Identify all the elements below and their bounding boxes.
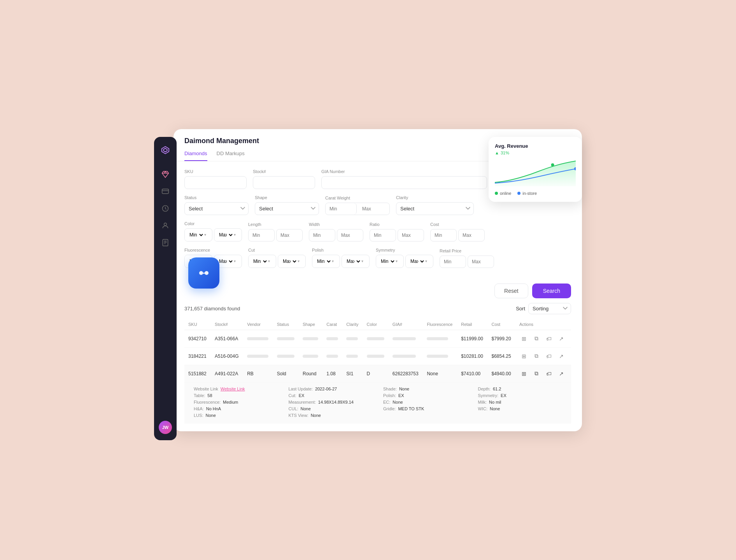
action-copy-2[interactable]: ⧉: [532, 352, 541, 361]
length-range-group: Length: [248, 222, 303, 242]
placeholder-vendor-2: [247, 355, 268, 358]
carat-min[interactable]: [326, 203, 357, 215]
user-avatar[interactable]: JW: [159, 421, 172, 434]
placeholder-status-2: [277, 355, 294, 358]
action-tag-1[interactable]: 🏷: [544, 334, 554, 343]
cell-retail-3: $7410.00: [457, 365, 487, 382]
cost-max[interactable]: [458, 229, 485, 242]
website-link-label: Website Link: [194, 387, 218, 391]
cut-range: Min ▾ Max ▾: [248, 255, 306, 268]
action-link-1[interactable]: ↗: [557, 334, 566, 343]
search-button[interactable]: Search: [532, 284, 571, 298]
app-icon[interactable]: [188, 257, 219, 289]
clarity-select[interactable]: Select: [396, 202, 474, 215]
cost-label: Cost: [430, 222, 485, 227]
polish-max-select[interactable]: Max: [342, 255, 361, 268]
cell-carat-3: 1.08: [322, 365, 342, 382]
symmetry-min-select[interactable]: Min: [376, 255, 396, 268]
ratio-max[interactable]: [398, 229, 424, 242]
polish-label: Polish: [312, 248, 370, 252]
sort-select[interactable]: Sorting: [528, 303, 571, 314]
detail-milk: Milk: No mil: [478, 400, 565, 404]
action-copy-1[interactable]: ⧉: [532, 334, 541, 343]
cut-min-select[interactable]: Min: [249, 255, 268, 268]
length-range: [248, 229, 303, 242]
sidebar-item-clock[interactable]: [158, 201, 172, 215]
lus-label: LUS:: [194, 413, 203, 418]
detail-wic: WIC: None: [478, 406, 565, 411]
action-icons-2: ⊞ ⧉ 🏷 ↗: [519, 352, 567, 361]
symmetry-max-select[interactable]: Max: [406, 255, 425, 268]
color-max-select[interactable]: Max: [214, 229, 234, 241]
polish-range: Min ▾ Max ▾: [312, 255, 370, 268]
action-copy-3[interactable]: ⧉: [532, 369, 541, 378]
stock-input[interactable]: [253, 176, 315, 189]
sidebar-item-card[interactable]: [158, 184, 172, 198]
cost-min[interactable]: [430, 229, 457, 242]
action-image-3[interactable]: ⊞: [519, 369, 529, 378]
cell-status-1: [273, 330, 299, 347]
symmetry-range-group: Symmetry Min ▾ Max ▾: [376, 248, 433, 268]
sidebar-item-user[interactable]: [158, 219, 172, 233]
retail-min[interactable]: [440, 256, 466, 268]
col-color: Color: [363, 319, 389, 330]
ratio-range-group: Ratio: [370, 222, 424, 242]
shape-select[interactable]: Select: [255, 202, 319, 215]
table-row-expanded: 5151882 A491-022A RB Sold Round 1.08 SI1…: [184, 365, 571, 382]
tab-diamonds[interactable]: Diamonds: [184, 150, 207, 161]
placeholder-carat-2: [326, 355, 338, 358]
detail-polish: Polish: EX: [383, 393, 470, 398]
status-select[interactable]: Select: [184, 202, 249, 215]
cut-max-select[interactable]: Max: [278, 255, 298, 268]
action-link-2[interactable]: ↗: [557, 352, 566, 361]
detail-lus: LUS: None: [194, 413, 281, 418]
gridle-label: Gridle:: [383, 406, 396, 411]
detail-website: Website Link Website Link: [194, 387, 281, 391]
width-range: [309, 229, 363, 242]
polish-min-select[interactable]: Min: [312, 255, 332, 268]
diamonds-table: SKU Stock# Vendor Status Shape Carat Cla…: [184, 319, 571, 424]
col-vendor: Vendor: [243, 319, 273, 330]
svg-point-9: [551, 163, 554, 166]
tab-dd-markups[interactable]: DD Markups: [217, 150, 245, 161]
color-range: Min ▾ Max ▾: [184, 228, 242, 242]
ratio-min[interactable]: [370, 229, 396, 242]
length-max[interactable]: [276, 229, 303, 242]
length-min[interactable]: [248, 229, 275, 242]
legend-instore: in-store: [517, 191, 537, 196]
ratio-range: [370, 229, 424, 242]
sku-group: SKU: [184, 169, 247, 189]
measurement-label: Measurement:: [289, 400, 316, 404]
width-max[interactable]: [337, 229, 363, 242]
revenue-chart: [495, 159, 576, 186]
results-section: 371,657 diamonds found Sort Sorting SKU …: [173, 303, 582, 424]
color-min-select[interactable]: Min: [185, 229, 204, 241]
ec-label: EC:: [383, 400, 390, 404]
sidebar-logo-icon[interactable]: [158, 143, 172, 157]
clarity-group: Clarity Select: [396, 195, 474, 215]
sidebar-item-diamond[interactable]: [158, 167, 172, 181]
cell-fluor-3: None: [423, 365, 457, 382]
detail-last-update: Last Update: 2022-06-27: [289, 387, 376, 391]
action-link-3[interactable]: ↗: [557, 369, 566, 378]
action-tag-3[interactable]: 🏷: [544, 369, 554, 378]
sidebar-item-docs[interactable]: [158, 236, 172, 250]
action-image-2[interactable]: ⊞: [519, 352, 529, 361]
action-image-1[interactable]: ⊞: [519, 334, 529, 343]
growth-arrow: ▲: [495, 150, 499, 155]
reset-button[interactable]: Reset: [494, 284, 528, 298]
width-min[interactable]: [309, 229, 335, 242]
kts-label: KTS View:: [289, 413, 308, 418]
detail-cul: CUL: None: [289, 406, 376, 411]
cell-retail-2: $10281.00: [457, 347, 487, 365]
retail-max[interactable]: [468, 256, 494, 268]
gia-input[interactable]: [321, 176, 487, 189]
carat-max[interactable]: [358, 203, 389, 215]
fluor-detail-value: Medium: [223, 400, 238, 404]
sku-input[interactable]: [184, 176, 247, 189]
gia-label: GIA Number: [321, 169, 487, 174]
color-label: Color: [184, 221, 242, 226]
action-tag-2[interactable]: 🏷: [544, 352, 554, 361]
website-link-value[interactable]: Website Link: [221, 387, 245, 391]
cut-detail-label: Cut:: [289, 393, 296, 398]
